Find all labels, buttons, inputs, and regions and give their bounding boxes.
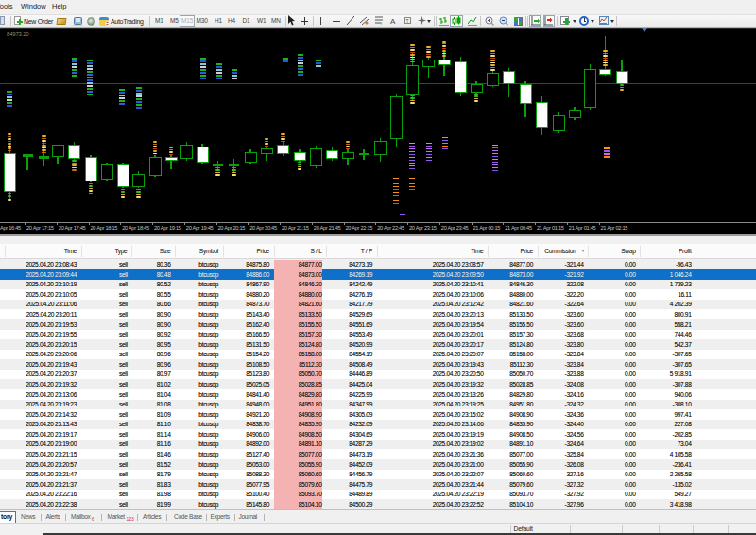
svg-text:f: f bbox=[381, 21, 383, 25]
